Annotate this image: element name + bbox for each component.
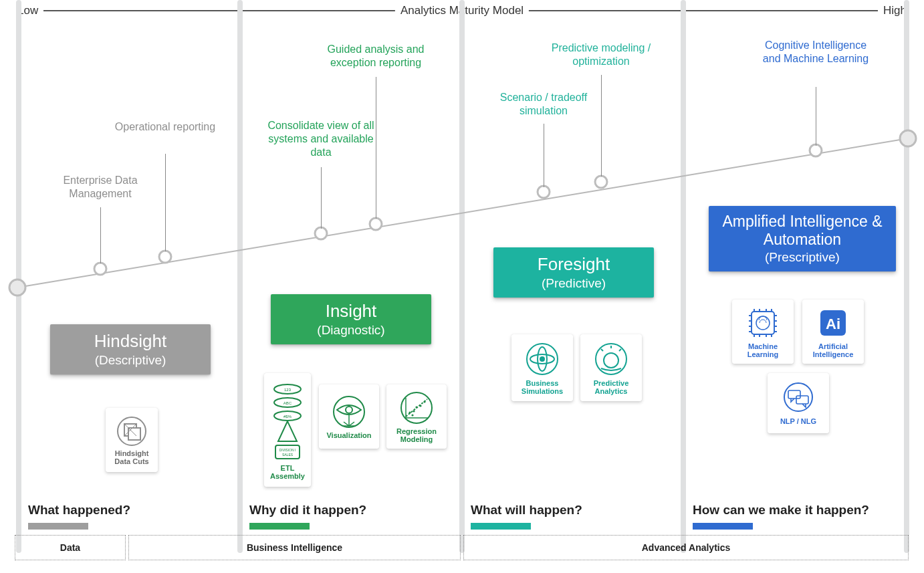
column-divider	[16, 0, 21, 553]
tile-visualization: Visualization	[319, 384, 379, 449]
footer-label: Data	[60, 542, 80, 553]
stage-hindsight-subtitle: (Descriptive)	[60, 353, 201, 368]
footer-data: Data	[15, 535, 126, 560]
stage-insight-subtitle: (Diagnostic)	[280, 323, 422, 338]
tile-label: Machine Learning	[736, 342, 790, 358]
svg-rect-59	[796, 396, 808, 404]
annotation-consolidate-view: Consolidate view of all systems and avai…	[264, 119, 378, 159]
tile-label: Predictive Analytics	[584, 379, 638, 395]
annotation-guided-analysis: Guided analysis and exception reporting	[319, 43, 433, 70]
annotation-stem	[165, 154, 166, 251]
color-bar-insight	[249, 523, 310, 530]
tile-label: Regression Modeling	[390, 427, 443, 443]
svg-text:Ai: Ai	[826, 316, 840, 332]
annotation-stem	[100, 207, 101, 263]
svg-point-6	[370, 218, 382, 230]
svg-point-5	[315, 227, 327, 239]
annotation-cognitive-intelligence: Cognitive Intelligence and Machine Learn…	[759, 39, 873, 66]
svg-text:123: 123	[284, 388, 292, 392]
footer-label: Business Intelligence	[247, 542, 342, 553]
annotation-enterprise-data: Enterprise Data Management	[43, 174, 157, 201]
svg-point-23	[346, 407, 352, 413]
svg-point-4	[159, 251, 171, 263]
tile-label: Visualization	[326, 431, 371, 439]
svg-text:SALES: SALES	[282, 453, 294, 457]
tile-label: NLP / NLG	[780, 417, 816, 425]
svg-text:ABC: ABC	[283, 401, 292, 405]
column-divider	[681, 0, 686, 553]
svg-point-26	[413, 410, 415, 412]
tile-hindsight-datacuts: Hindsight Data Cuts	[106, 408, 158, 472]
tile-label: Artificial Intelligence	[806, 342, 860, 358]
annotation-stem	[544, 124, 544, 187]
color-bar-hindsight	[28, 523, 88, 530]
svg-point-29	[423, 400, 425, 403]
annotation-operational-reporting: Operational reporting	[108, 120, 222, 134]
svg-rect-37	[752, 312, 774, 334]
annotation-predictive-modeling: Predictive modeling / optimization	[544, 41, 658, 68]
stage-amplified-title: Amplified Intelligence & Automation	[718, 213, 887, 249]
svg-point-8	[595, 176, 607, 188]
question-amplified: How can we make it happen?	[693, 503, 869, 518]
stage-hindsight: Hindsight (Descriptive)	[50, 324, 211, 374]
tile-label: Hindsight Data Cuts	[110, 449, 154, 465]
column-divider	[459, 0, 465, 553]
tile-regression: Regression Modeling	[386, 384, 447, 449]
annotation-stem	[376, 77, 376, 219]
annotation-stem	[601, 75, 602, 177]
stage-amplified: Amplified Intelligence & Automation (Pre…	[709, 206, 896, 271]
svg-rect-16	[275, 445, 300, 459]
svg-point-3	[94, 263, 106, 275]
svg-point-38	[756, 316, 770, 330]
stage-foresight: Foresight (Predictive)	[493, 247, 654, 298]
column-divider	[904, 0, 909, 553]
annotation-scenario-simulation: Scenario / tradeoff simulation	[487, 91, 600, 118]
stage-foresight-subtitle: (Predictive)	[503, 276, 645, 291]
stage-amplified-subtitle: (Prescriptive)	[718, 250, 887, 265]
tile-predictive-analytics: Predictive Analytics	[580, 334, 642, 401]
footer-label: Advanced Analytics	[642, 542, 731, 553]
tile-label: Business Simulations	[515, 379, 569, 395]
footer-bi: Business Intelligence	[128, 535, 461, 560]
stage-insight: Insight (Diagnostic)	[271, 294, 431, 344]
question-insight: Why did it happen?	[249, 503, 366, 518]
question-hindsight: What happened?	[28, 503, 130, 518]
svg-point-36	[604, 353, 618, 368]
svg-point-27	[415, 406, 417, 408]
svg-text:#$%: #$%	[283, 415, 292, 419]
tile-etl-assembly: 123 ABC #$% DIVISION I SALES ETL Assembl…	[264, 373, 311, 487]
tile-business-simulations: Business Simulations	[511, 334, 573, 401]
svg-point-25	[409, 411, 411, 413]
svg-text:DIVISION I: DIVISION I	[279, 448, 296, 452]
svg-point-9	[810, 144, 822, 156]
color-bar-amplified	[693, 523, 753, 530]
column-divider	[237, 0, 243, 553]
tile-nlp-nlg: NLP / NLG	[768, 373, 829, 433]
svg-point-28	[419, 405, 421, 407]
tile-label: ETL Assembly	[268, 464, 307, 480]
stage-hindsight-title: Hindsight	[60, 331, 201, 352]
tile-machine-learning: Machine Learning	[732, 300, 794, 364]
tile-artificial-intelligence: Ai Artificial Intelligence	[802, 300, 864, 364]
color-bar-foresight	[471, 523, 531, 530]
svg-point-7	[538, 186, 550, 198]
question-foresight: What will happen?	[471, 503, 582, 518]
svg-rect-58	[788, 390, 800, 398]
svg-point-30	[411, 414, 413, 416]
annotation-stem	[321, 167, 322, 229]
stage-foresight-title: Foresight	[503, 254, 645, 275]
annotation-stem	[816, 87, 816, 146]
footer-advanced: Advanced Analytics	[463, 535, 909, 560]
stage-insight-title: Insight	[280, 301, 422, 322]
svg-point-34	[540, 356, 545, 362]
